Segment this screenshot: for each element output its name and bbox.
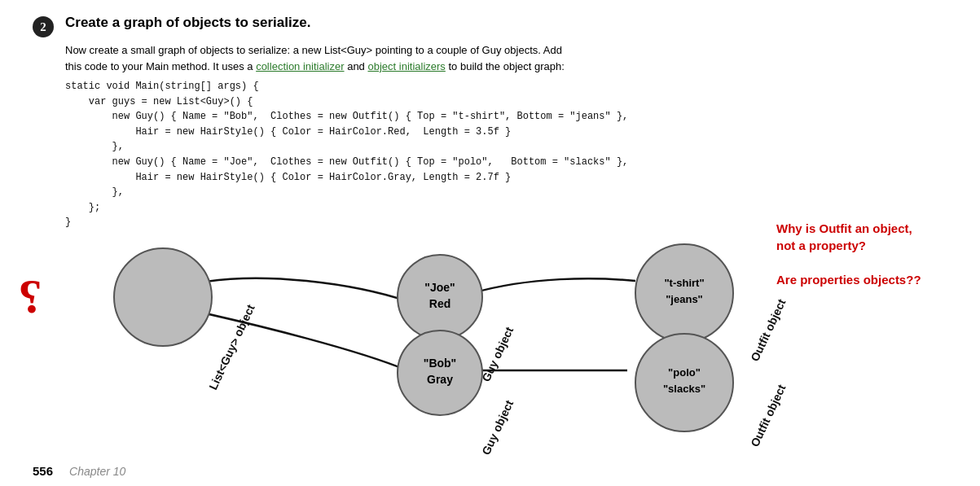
svg-text:Outfit object: Outfit object xyxy=(748,296,788,363)
desc-and: and xyxy=(347,60,367,72)
svg-text:"slacks": "slacks" xyxy=(663,383,705,395)
svg-point-0 xyxy=(114,248,212,346)
code-line-3: new Guy() { Name = "Bob", Clothes = new … xyxy=(65,109,947,125)
svg-text:"jeans": "jeans" xyxy=(666,293,703,305)
svg-text:"Joe": "Joe" xyxy=(424,281,455,294)
desc-text-1: Now create a small graph of objects to s… xyxy=(65,44,562,56)
svg-text:Guy object: Guy object xyxy=(479,325,516,384)
object-initializers-link: object initializers xyxy=(367,60,445,72)
code-line-2: var guys = new List<Guy>() { xyxy=(65,94,947,110)
code-block: static void Main(string[] args) { var gu… xyxy=(65,79,947,230)
desc-text-2: this code to your Main method. It uses a xyxy=(65,60,253,72)
code-line-5: }, xyxy=(65,139,947,155)
code-line-8: }, xyxy=(65,185,947,200)
desc-end: to build the object graph: xyxy=(448,60,564,72)
footer: 556 Chapter 10 xyxy=(33,464,125,478)
diagram-area: "Joe" Red "Bob" Gray "t-shirt" "jeans" "… xyxy=(98,220,831,456)
step-badge: 2 xyxy=(33,16,54,37)
chapter-label: Chapter 10 xyxy=(69,465,125,478)
code-line-6: new Guy() { Name = "Joe", Clothes = new … xyxy=(65,155,947,170)
page-number: 556 xyxy=(33,464,53,478)
code-line-9: }; xyxy=(65,200,947,216)
svg-text:"Bob": "Bob" xyxy=(424,357,457,370)
question-mark: ? xyxy=(18,269,42,325)
svg-text:"t-shirt": "t-shirt" xyxy=(664,277,704,289)
diagram-svg: "Joe" Red "Bob" Gray "t-shirt" "jeans" "… xyxy=(98,220,831,456)
svg-text:Red: Red xyxy=(429,297,450,310)
description: Now create a small graph of objects to s… xyxy=(65,42,947,74)
svg-text:Outfit object: Outfit object xyxy=(748,382,788,449)
header-row: 2 Create a graph of objects to serialize… xyxy=(33,15,947,37)
svg-text:Gray: Gray xyxy=(427,373,453,386)
collection-initializer-link: collection initializer xyxy=(256,60,344,72)
code-line-1: static void Main(string[] args) { xyxy=(65,79,947,94)
svg-text:Guy object: Guy object xyxy=(479,398,516,458)
code-line-4: Hair = new HairStyle() { Color = HairCol… xyxy=(65,125,947,140)
page: 2 Create a graph of objects to serialize… xyxy=(0,0,980,486)
svg-text:"polo": "polo" xyxy=(668,366,701,379)
section-heading: Create a graph of objects to serialize. xyxy=(65,15,310,31)
code-line-7: Hair = new HairStyle() { Color = HairCol… xyxy=(65,170,947,186)
